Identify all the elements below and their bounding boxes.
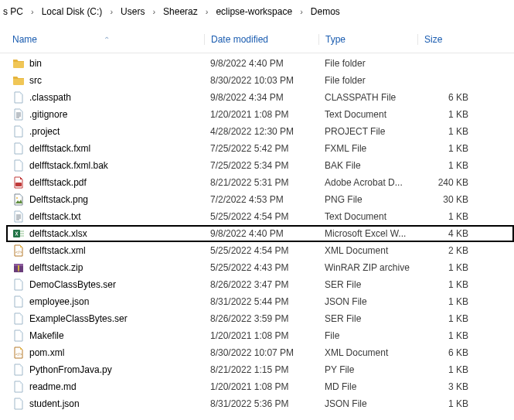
file-type-cell: MD File <box>318 381 417 392</box>
column-header-name[interactable]: Name ⌃ <box>12 34 204 45</box>
file-size-cell: 2 KB <box>417 245 468 256</box>
file-row[interactable]: bin9/8/2022 4:40 PMFile folder <box>0 55 514 72</box>
file-name-label: readme.md <box>29 381 77 392</box>
folder-icon <box>12 57 25 70</box>
file-name-cell: PythonFromJava.py <box>12 364 204 376</box>
file-date-cell: 7/2/2022 4:53 PM <box>204 194 318 205</box>
file-row[interactable]: employee.json8/31/2022 5:44 PMJSON File1… <box>0 293 514 310</box>
file-row[interactable]: delftstack.zip5/25/2022 4:43 PMWinRAR ZI… <box>0 259 514 276</box>
png-icon <box>12 193 25 206</box>
file-name-label: delfftstack.fxml <box>29 143 90 154</box>
breadcrumb-item[interactable]: Users <box>117 5 148 19</box>
file-row[interactable]: pom.xml8/30/2022 10:07 PMXML Document6 K… <box>0 344 514 361</box>
column-header-name-label: Name <box>12 34 37 45</box>
file-icon <box>12 330 25 342</box>
file-date-cell: 8/21/2022 1:15 PM <box>204 364 318 375</box>
file-date-cell: 8/30/2022 10:07 PM <box>204 347 318 358</box>
file-name-label: Delftstack.png <box>29 194 88 205</box>
file-size-cell: 3 KB <box>417 381 468 392</box>
file-row[interactable]: PythonFromJava.py8/21/2022 1:15 PMPY Fil… <box>0 361 514 378</box>
file-icon <box>12 312 25 325</box>
file-name-cell: .classpath <box>12 91 204 104</box>
file-row[interactable]: delfftstack.fxml7/25/2022 5:42 PMFXML Fi… <box>0 140 514 157</box>
file-size-cell: 1 KB <box>417 364 468 375</box>
file-type-cell: CLASSPATH File <box>318 92 417 103</box>
file-name-label: .gitignore <box>29 109 67 120</box>
file-row[interactable]: ExampleClassBytes.ser8/26/2022 3:59 PMSE… <box>0 310 514 327</box>
chevron-right-icon: › <box>152 7 155 16</box>
file-row[interactable]: delftstack.xlsx9/8/2022 4:40 PMMicrosoft… <box>6 225 514 242</box>
file-size-cell: 240 KB <box>417 177 468 188</box>
breadcrumb-item[interactable]: s PC <box>0 5 26 19</box>
file-type-cell: SER File <box>318 279 417 290</box>
breadcrumb-item[interactable]: Demos <box>308 5 343 19</box>
file-size-cell: 30 KB <box>417 194 468 205</box>
file-row[interactable]: readme.md1/20/2021 1:08 PMMD File3 KB <box>0 378 514 395</box>
breadcrumb-item[interactable]: Sheeraz <box>160 5 201 19</box>
file-row[interactable]: src8/30/2022 10:03 PMFile folder <box>0 72 514 89</box>
file-type-cell: XML Document <box>318 347 417 358</box>
chevron-right-icon: › <box>206 7 209 16</box>
file-name-cell: student.json <box>12 398 204 410</box>
file-name-cell: delfftstack.fxml <box>12 142 204 155</box>
file-type-cell: XML Document <box>318 245 417 256</box>
file-name-cell: DemoClassBytes.ser <box>12 278 204 291</box>
file-size-cell: 1 KB <box>417 262 468 273</box>
file-type-cell: PNG File <box>318 194 417 205</box>
file-type-cell: JSON File <box>318 296 417 307</box>
file-date-cell: 5/25/2022 4:54 PM <box>204 211 318 222</box>
xml-icon <box>12 244 25 257</box>
file-row[interactable]: .project4/28/2022 12:30 PMPROJECT File1 … <box>0 123 514 140</box>
file-name-label: delfftstack.fxml.bak <box>29 160 108 171</box>
file-type-cell: Text Document <box>318 109 417 120</box>
file-date-cell: 1/20/2021 1:08 PM <box>204 330 318 341</box>
file-type-cell: Text Document <box>318 211 417 222</box>
file-row[interactable]: student.json8/31/2022 5:36 PMJSON File1 … <box>0 395 514 412</box>
file-row[interactable]: .gitignore1/20/2021 1:08 PMText Document… <box>0 106 514 123</box>
file-date-cell: 1/20/2021 1:08 PM <box>204 381 318 392</box>
file-type-cell: PROJECT File <box>318 126 417 137</box>
file-type-cell: Adobe Acrobat D... <box>318 177 417 188</box>
text-icon <box>12 210 25 223</box>
file-row[interactable]: delfftstack.fxml.bak7/25/2022 5:34 PMBAK… <box>0 157 514 174</box>
file-name-label: bin <box>29 58 42 69</box>
breadcrumb-item[interactable]: Local Disk (C:) <box>39 5 106 19</box>
file-date-cell: 7/25/2022 5:34 PM <box>204 160 318 171</box>
file-row[interactable]: delfftstack.pdf8/21/2022 5:31 PMAdobe Ac… <box>0 174 514 191</box>
file-name-label: .project <box>29 126 60 137</box>
column-header-size[interactable]: Size <box>417 34 479 45</box>
file-name-label: delftstack.zip <box>29 262 83 273</box>
file-row[interactable]: .classpath9/8/2022 4:34 PMCLASSPATH File… <box>0 89 514 106</box>
file-icon <box>12 364 25 376</box>
file-row[interactable]: DemoClassBytes.ser8/26/2022 3:47 PMSER F… <box>0 276 514 293</box>
file-type-cell: SER File <box>318 313 417 324</box>
file-name-cell: pom.xml <box>12 347 204 359</box>
file-name-cell: bin <box>12 57 204 70</box>
file-name-label: delftstack.xml <box>29 245 86 256</box>
column-header-type[interactable]: Type <box>318 34 417 45</box>
file-row[interactable]: Makefile1/20/2021 1:08 PMFile1 KB <box>0 327 514 344</box>
file-date-cell: 4/28/2022 12:30 PM <box>204 126 318 137</box>
file-size-cell: 1 KB <box>417 160 468 171</box>
file-name-label: pom.xml <box>29 347 64 358</box>
file-size-cell: 1 KB <box>417 109 468 120</box>
file-icon <box>12 278 25 291</box>
file-row[interactable]: Delftstack.png7/2/2022 4:53 PMPNG File30… <box>0 191 514 208</box>
xml-icon <box>12 347 25 359</box>
file-row[interactable]: delftstack.txt5/25/2022 4:54 PMText Docu… <box>0 208 514 225</box>
file-name-cell: src <box>12 74 204 87</box>
file-row[interactable]: delftstack.xml5/25/2022 4:54 PMXML Docum… <box>0 242 514 259</box>
file-type-cell: WinRAR ZIP archive <box>318 262 417 273</box>
file-name-label: src <box>29 75 42 86</box>
file-name-cell: delftstack.xml <box>12 244 204 257</box>
file-name-label: delftstack.txt <box>29 211 81 222</box>
file-size-cell: 1 KB <box>417 313 468 324</box>
zip-icon <box>12 261 25 274</box>
file-size-cell: 1 KB <box>417 296 468 307</box>
file-name-cell: Makefile <box>12 330 204 342</box>
column-header-date[interactable]: Date modified <box>204 34 318 45</box>
text-icon <box>12 108 25 121</box>
breadcrumb-item[interactable]: eclipse-workspace <box>213 5 295 19</box>
breadcrumb[interactable]: s PC›Local Disk (C:)›Users›Sheeraz›eclip… <box>0 0 514 26</box>
file-icon <box>12 142 25 155</box>
